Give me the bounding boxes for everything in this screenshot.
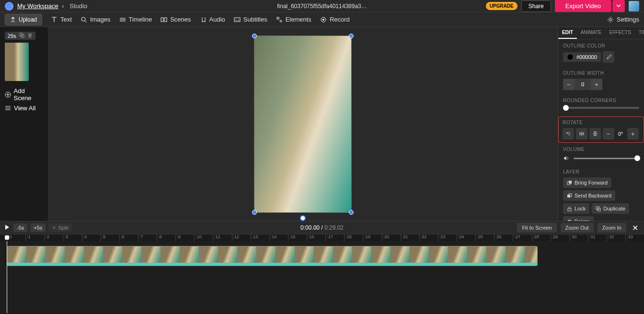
svg-rect-13: [569, 181, 572, 184]
skip-forward-button[interactable]: +5s: [30, 223, 46, 232]
lock-button[interactable]: Lock: [563, 203, 589, 214]
share-button[interactable]: Share: [521, 0, 551, 12]
volume-slider[interactable]: [574, 158, 639, 159]
ruler-tick: :30: [569, 234, 588, 241]
tool-audio[interactable]: Audio: [200, 16, 225, 23]
send-backward-icon: [567, 193, 572, 198]
properties-panel: EDIT ANIMATE EFFECTS TIMING OUTLINE COLO…: [558, 27, 644, 221]
settings-button[interactable]: Settings: [607, 16, 639, 23]
selected-element-frame[interactable]: [254, 35, 352, 213]
tab-edit[interactable]: EDIT: [558, 27, 577, 39]
clip-frame: [295, 246, 314, 264]
clip-frame: [180, 246, 199, 264]
ruler-tick: :1: [25, 234, 44, 241]
resize-handle-bottom-left[interactable]: [252, 210, 257, 215]
export-video-button[interactable]: Export Video: [555, 0, 611, 12]
outline-color-chip[interactable]: #000000: [563, 52, 601, 62]
outline-color-label: OUTLINE COLOR: [563, 43, 639, 48]
text-icon: [51, 16, 58, 23]
breadcrumb-page: Studio: [69, 2, 87, 10]
tool-subtitles[interactable]: Subtitles: [234, 16, 267, 23]
tool-record[interactable]: Record: [320, 16, 350, 23]
fit-to-screen-button[interactable]: Fit to Screen: [517, 223, 556, 233]
rotate-decrease[interactable]: −: [603, 128, 614, 140]
volume-icon[interactable]: [563, 155, 570, 162]
user-avatar[interactable]: [629, 1, 639, 12]
rotate-90-button[interactable]: [563, 128, 574, 140]
resize-handle-bottom-right[interactable]: [349, 210, 354, 215]
svg-rect-1: [161, 18, 163, 22]
zoom-in-button[interactable]: Zoom In: [598, 223, 626, 233]
clip-audio-waveform: [7, 263, 537, 266]
clip-frame: [410, 246, 429, 264]
split-button[interactable]: Split: [48, 223, 71, 232]
clip-frame: [371, 246, 391, 264]
tab-timing[interactable]: TIMING: [635, 27, 644, 39]
svg-rect-16: [568, 209, 571, 211]
video-content[interactable]: [254, 36, 351, 212]
tab-animate[interactable]: ANIMATE: [577, 27, 606, 39]
play-button[interactable]: [4, 224, 11, 232]
outline-width-increase[interactable]: +: [591, 79, 602, 90]
eyedropper-button[interactable]: [603, 51, 614, 63]
upload-button[interactable]: Upload: [5, 14, 42, 25]
export-dropdown-button[interactable]: [612, 0, 625, 12]
rounded-corners-slider[interactable]: [563, 107, 639, 109]
workspace-link[interactable]: My Workspace: [17, 2, 58, 10]
tool-elements[interactable]: Elements: [276, 16, 311, 23]
ruler-tick: :24: [457, 234, 475, 241]
rotate-handle[interactable]: [300, 215, 306, 221]
tab-effects[interactable]: EFFECTS: [606, 27, 635, 39]
elements-icon: [276, 16, 283, 23]
resize-handle-top-left[interactable]: [252, 34, 257, 38]
clip-frame: [276, 246, 295, 264]
svg-point-0: [81, 17, 85, 21]
send-backward-button[interactable]: Send Backward: [563, 190, 615, 201]
add-scene-button[interactable]: Add Scene: [5, 86, 43, 103]
clip-frame: [506, 246, 525, 264]
svg-rect-2: [164, 18, 167, 22]
tool-timeline[interactable]: Timeline: [119, 16, 152, 23]
outline-width-decrease[interactable]: −: [563, 79, 575, 90]
copy-scene-icon[interactable]: [19, 33, 24, 39]
upgrade-button[interactable]: UPGRADE: [486, 2, 518, 10]
timeline-ruler[interactable]: :0:1:2:3:4:5:6:7:8:9:10:11:12:13:14:15:1…: [0, 234, 644, 241]
rotate-increase[interactable]: +: [627, 128, 639, 140]
workspace-icon[interactable]: 🌐: [5, 2, 13, 11]
canvas-area[interactable]: [48, 27, 558, 221]
scene-thumbnail[interactable]: [5, 43, 29, 81]
bring-forward-button[interactable]: Bring Forward: [563, 177, 611, 188]
flip-vertical-button[interactable]: [589, 128, 601, 140]
clip-frame: [525, 246, 538, 264]
tool-scenes[interactable]: Scenes: [161, 16, 191, 23]
playhead[interactable]: [7, 241, 7, 313]
tool-text[interactable]: Text: [51, 16, 72, 23]
ruler-tick: :14: [269, 234, 288, 241]
close-timeline-button[interactable]: ✕: [630, 223, 640, 233]
resize-handle-top-right[interactable]: [349, 34, 354, 38]
trash-icon: [567, 219, 572, 221]
video-clip[interactable]: [7, 246, 538, 266]
ruler-tick: :13: [251, 234, 269, 241]
tool-images[interactable]: Images: [80, 16, 111, 23]
flip-horizontal-button[interactable]: [576, 128, 587, 140]
zoom-out-button[interactable]: Zoom Out: [561, 223, 594, 233]
svg-rect-4: [277, 17, 279, 19]
delete-scene-icon[interactable]: [27, 33, 33, 39]
bring-forward-icon: [567, 180, 572, 186]
record-icon: [320, 16, 327, 23]
scenes-panel: 29s Add Scene View All: [0, 27, 48, 221]
clip-frame: [122, 246, 141, 264]
clip-frame: [65, 246, 84, 264]
timeline-track-area[interactable]: [0, 241, 644, 313]
ruler-tick: :9: [175, 234, 194, 241]
duplicate-button[interactable]: Duplicate: [592, 203, 629, 214]
delete-button[interactable]: Delete: [563, 216, 594, 221]
ruler-tick: :32: [607, 234, 625, 241]
clip-frame: [84, 246, 103, 264]
svg-rect-15: [567, 195, 570, 198]
eyedropper-icon: [606, 54, 611, 59]
skip-back-button[interactable]: -5s: [13, 223, 27, 232]
view-all-button[interactable]: View All: [5, 103, 43, 113]
time-display: 0:00.00 / 0:29.02: [300, 224, 344, 231]
